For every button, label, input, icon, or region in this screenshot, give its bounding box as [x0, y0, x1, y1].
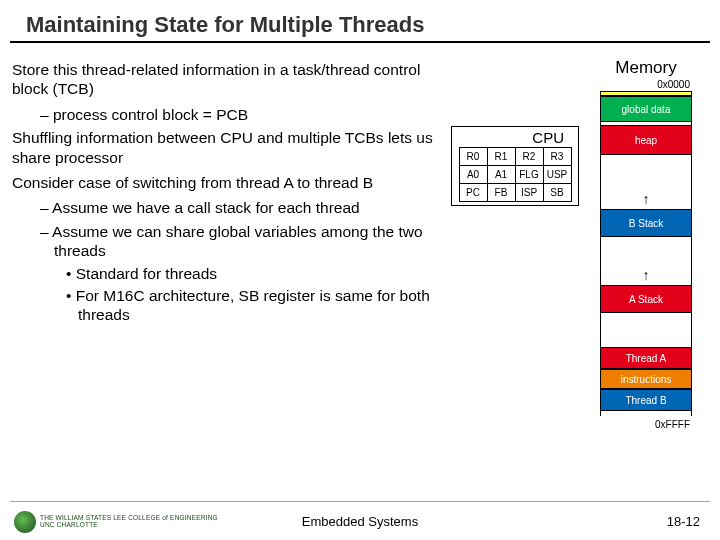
- para-3-sub-1: Assume we have a call stack for each thr…: [40, 198, 452, 217]
- memory-segment: A Stack: [600, 285, 692, 313]
- cpu-cell: A0: [459, 166, 487, 184]
- memory-segment: Thread A: [600, 347, 692, 369]
- cpu-label: CPU: [452, 129, 578, 146]
- para-3-sub-2: Assume we can share global variables amo…: [40, 222, 452, 261]
- footer-divider: [10, 501, 710, 502]
- title-underline: [10, 41, 710, 43]
- memory-segment: [600, 313, 692, 347]
- memory-segment: global data: [600, 96, 692, 122]
- memory-segment: heap: [600, 125, 692, 155]
- cpu-cell: R3: [543, 148, 571, 166]
- cpu-cell: ISP: [515, 184, 543, 202]
- memory-segment: ↑: [600, 189, 692, 209]
- cpu-cell: R0: [459, 148, 487, 166]
- cpu-register-table: R0 R1 R2 R3 A0 A1 FLG USP PC FB ISP SB: [459, 147, 572, 202]
- memory-segment: [600, 411, 692, 416]
- body-text: Store this thread-related information in…: [12, 60, 452, 327]
- memory-segment: B Stack: [600, 209, 692, 237]
- memory-diagram: Memory 0x0000 global dataheap↑B Stack↑A …: [596, 58, 696, 430]
- para-3-sub-2b: For M16C architecture, SB register is sa…: [66, 286, 452, 325]
- cpu-cell: R1: [487, 148, 515, 166]
- memory-title: Memory: [596, 58, 696, 78]
- cpu-cell: FLG: [515, 166, 543, 184]
- cpu-cell: SB: [543, 184, 571, 202]
- cpu-cell: USP: [543, 166, 571, 184]
- memory-segment: ↑: [600, 265, 692, 285]
- para-3-sub-2a: Standard for threads: [66, 264, 452, 283]
- cpu-cell: PC: [459, 184, 487, 202]
- memory-segment: Thread B: [600, 389, 692, 411]
- para-1: Store this thread-related information in…: [12, 60, 452, 99]
- memory-segment: [600, 155, 692, 189]
- cpu-cell: A1: [487, 166, 515, 184]
- cpu-cell: FB: [487, 184, 515, 202]
- para-2: Shuffling information between CPU and mu…: [12, 128, 452, 167]
- memory-segment: [600, 237, 692, 265]
- memory-segment: instructions: [600, 369, 692, 389]
- memory-stack: global dataheap↑B Stack↑A StackThread Ai…: [600, 91, 692, 416]
- slide-title: Maintaining State for Multiple Threads: [0, 0, 720, 38]
- footer-page-number: 18-12: [667, 514, 700, 529]
- para-1-sub-1: process control block = PCB: [40, 105, 452, 124]
- footer-center: Embedded Systems: [0, 514, 720, 529]
- cpu-cell: R2: [515, 148, 543, 166]
- cpu-diagram: CPU R0 R1 R2 R3 A0 A1 FLG USP PC FB ISP …: [451, 126, 579, 206]
- memory-addr-top: 0x0000: [596, 79, 696, 90]
- memory-addr-bot: 0xFFFF: [596, 419, 696, 430]
- para-3: Consider case of switching from thread A…: [12, 173, 452, 192]
